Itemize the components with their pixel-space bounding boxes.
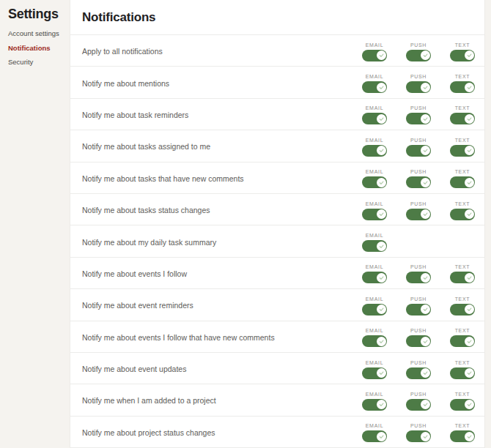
email-toggle[interactable] bbox=[362, 209, 387, 220]
toggle-cell-text: TEXT bbox=[448, 72, 477, 93]
toggle-grid: EMAILPUSHTEXT bbox=[360, 421, 477, 442]
toggle-column-label-push: PUSH bbox=[410, 201, 427, 206]
toggle-column-label-email: EMAIL bbox=[366, 423, 384, 428]
toggle-grid: EMAILPUSHTEXT bbox=[360, 262, 477, 283]
toggle-knob bbox=[377, 114, 386, 124]
page-title: Notifications bbox=[82, 10, 155, 25]
push-toggle[interactable] bbox=[406, 335, 431, 347]
notification-row: Notify me about my daily task summary EM… bbox=[70, 225, 484, 257]
toggle-cell-push: PUSH bbox=[404, 294, 433, 316]
notification-row: Notify me about tasks that have new comm… bbox=[70, 163, 484, 194]
push-toggle[interactable] bbox=[406, 399, 431, 411]
push-toggle[interactable] bbox=[406, 81, 431, 93]
toggle-column-label-push: PUSH bbox=[410, 138, 427, 143]
toggle-column-label-push: PUSH bbox=[410, 392, 427, 397]
toggle-knob bbox=[377, 209, 386, 219]
toggle-knob bbox=[465, 178, 474, 187]
email-toggle[interactable] bbox=[362, 399, 387, 411]
toggle-grid: EMAIL bbox=[360, 231, 477, 252]
email-toggle[interactable] bbox=[362, 304, 387, 316]
toggle-knob bbox=[377, 305, 386, 314]
push-toggle[interactable] bbox=[406, 145, 431, 157]
notification-row-label: Notify me when I am added to a project bbox=[82, 395, 360, 405]
toggle-grid: EMAILPUSHTEXT bbox=[360, 72, 477, 93]
toggle-grid: EMAILPUSHTEXT bbox=[360, 358, 477, 379]
toggle-knob bbox=[421, 273, 430, 283]
push-toggle[interactable] bbox=[406, 430, 431, 442]
text-toggle[interactable] bbox=[450, 81, 475, 93]
text-toggle[interactable] bbox=[450, 50, 475, 61]
toggle-column-label-text: TEXT bbox=[455, 138, 470, 143]
notification-row: Notify me about mentions EMAILPUSHTEXT bbox=[70, 67, 484, 98]
toggle-knob bbox=[421, 432, 430, 441]
push-toggle[interactable] bbox=[406, 209, 431, 220]
text-toggle[interactable] bbox=[450, 399, 475, 411]
toggle-cell-push: PUSH bbox=[404, 103, 433, 124]
sidebar: Settings Account settingsNotificationsSe… bbox=[0, 0, 70, 448]
text-toggle[interactable] bbox=[450, 304, 475, 316]
toggle-cell-text: TEXT bbox=[448, 103, 477, 124]
email-toggle[interactable] bbox=[362, 430, 387, 442]
text-toggle[interactable] bbox=[450, 430, 475, 442]
notification-row: Notify me about task reminders EMAILPUSH… bbox=[70, 99, 484, 130]
toggle-cell-push: PUSH bbox=[404, 421, 433, 442]
email-toggle[interactable] bbox=[362, 272, 387, 283]
toggle-knob bbox=[465, 337, 474, 346]
check-icon bbox=[378, 84, 385, 91]
notification-row: Notify me about tasks status changes EMA… bbox=[70, 194, 484, 225]
toggle-column-label-text: TEXT bbox=[455, 423, 470, 428]
check-icon bbox=[466, 306, 473, 313]
email-toggle[interactable] bbox=[362, 81, 387, 93]
email-toggle[interactable] bbox=[362, 240, 387, 252]
check-icon bbox=[378, 433, 385, 440]
sidebar-item-security[interactable]: Security bbox=[8, 58, 64, 66]
toggle-cell-email: EMAIL bbox=[360, 40, 389, 61]
toggle-cell-text: TEXT bbox=[448, 199, 477, 220]
text-toggle[interactable] bbox=[450, 145, 475, 157]
toggle-column-label-text: TEXT bbox=[455, 328, 470, 333]
toggle-cell-text: TEXT bbox=[448, 294, 477, 316]
toggle-knob bbox=[465, 305, 474, 314]
toggle-knob bbox=[377, 400, 386, 409]
toggle-cell-push: PUSH bbox=[404, 358, 433, 379]
toggle-knob bbox=[465, 400, 474, 409]
push-toggle[interactable] bbox=[406, 113, 431, 124]
toggle-column-label-email: EMAIL bbox=[366, 233, 384, 238]
push-toggle[interactable] bbox=[406, 272, 431, 283]
check-icon bbox=[378, 211, 385, 217]
email-toggle[interactable] bbox=[362, 145, 387, 157]
sidebar-item-notifications[interactable]: Notifications bbox=[8, 44, 64, 52]
notification-row-label: Notify me about events I follow bbox=[82, 268, 360, 278]
push-toggle[interactable] bbox=[406, 176, 431, 188]
notification-row: Notify me about project status changes E… bbox=[70, 417, 484, 448]
text-toggle[interactable] bbox=[450, 367, 475, 379]
email-toggle[interactable] bbox=[362, 50, 387, 61]
email-toggle[interactable] bbox=[362, 113, 387, 124]
toggle-cell-push: PUSH bbox=[404, 389, 433, 411]
text-toggle[interactable] bbox=[450, 335, 475, 347]
text-toggle[interactable] bbox=[450, 113, 475, 124]
email-toggle[interactable] bbox=[362, 176, 387, 188]
notification-row: Notify me when I am added to a project E… bbox=[70, 384, 484, 416]
email-toggle[interactable] bbox=[362, 335, 387, 347]
toggle-cell-email: EMAIL bbox=[360, 199, 389, 220]
toggle-knob bbox=[465, 368, 474, 378]
check-icon bbox=[378, 370, 385, 376]
text-toggle[interactable] bbox=[450, 272, 475, 283]
push-toggle[interactable] bbox=[406, 50, 431, 61]
sidebar-item-account-settings[interactable]: Account settings bbox=[8, 29, 64, 37]
push-toggle[interactable] bbox=[406, 367, 431, 379]
toggle-cell-email: EMAIL bbox=[360, 231, 389, 252]
check-icon bbox=[378, 52, 385, 59]
email-toggle[interactable] bbox=[362, 367, 387, 379]
check-icon bbox=[422, 116, 429, 122]
toggle-column-label-email: EMAIL bbox=[366, 328, 384, 333]
push-toggle[interactable] bbox=[406, 304, 431, 316]
toggle-column-label-push: PUSH bbox=[410, 42, 427, 48]
text-toggle[interactable] bbox=[450, 209, 475, 220]
toggle-cell-push bbox=[404, 231, 433, 233]
check-icon bbox=[466, 370, 473, 376]
toggle-cell-push: PUSH bbox=[404, 167, 433, 188]
toggle-cell-email: EMAIL bbox=[360, 103, 389, 124]
text-toggle[interactable] bbox=[450, 176, 475, 188]
